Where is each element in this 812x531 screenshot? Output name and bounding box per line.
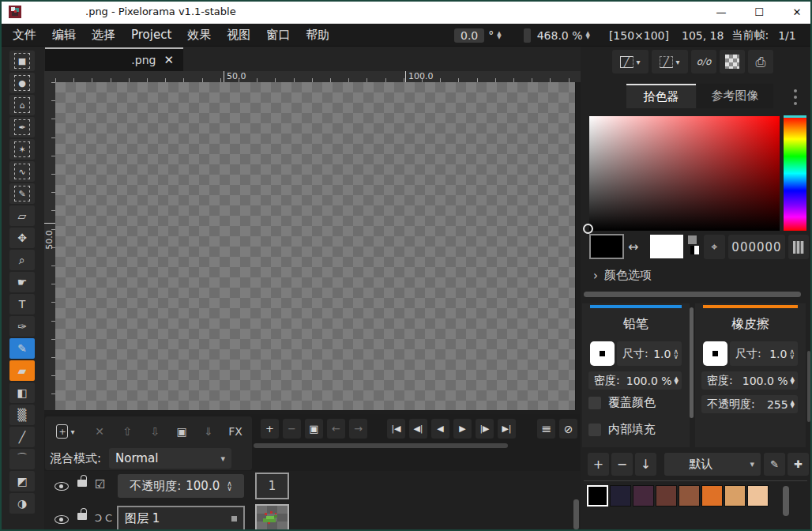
document-tab[interactable]: .png ✕ — [45, 47, 183, 71]
color-options-expander[interactable]: › 颜色选项 — [593, 268, 652, 283]
move-frame-right-button[interactable]: → — [349, 419, 367, 439]
zoom-tool[interactable]: ⌕ — [9, 250, 35, 270]
overwrite-color-checkbox[interactable]: 覆盖颜色 — [588, 395, 656, 410]
canvas-transparent-checkerboard[interactable] — [55, 82, 576, 410]
remove-palette-color-button[interactable]: − — [611, 453, 633, 476]
saturation-value-box[interactable] — [589, 116, 780, 231]
shading-tool[interactable]: ▒ — [9, 405, 35, 425]
move-tool[interactable]: ✥ — [9, 228, 35, 248]
eraser-size-spinbox[interactable]: 尺寸: 1.0 ∧∨ — [730, 341, 798, 366]
hue-cursor[interactable] — [784, 115, 806, 118]
add-layer-button[interactable]: + ▾ — [50, 421, 81, 442]
swap-colors-icon[interactable]: ↔ — [628, 239, 638, 254]
remove-frame-button[interactable]: − — [283, 419, 301, 439]
mirror-horizontal-button[interactable]: ▾ — [612, 50, 648, 73]
edit-palette-button[interactable]: ✎ — [764, 453, 785, 476]
blend-mode-dropdown[interactable]: Normal ▾ — [109, 448, 231, 469]
secondary-color-swatch[interactable] — [650, 235, 683, 258]
menu-item[interactable]: 效果 — [179, 24, 219, 47]
magic-wand-tool[interactable]: ✶ — [9, 139, 35, 160]
menu-item[interactable]: 帮助 — [298, 24, 337, 47]
menu-item[interactable]: 文件 — [5, 24, 44, 47]
next-frame-button[interactable]: |▶ — [476, 419, 494, 439]
palette-swatch[interactable] — [633, 485, 654, 507]
previous-frame-button[interactable]: ◀| — [409, 419, 427, 439]
dynamics-button[interactable]: ⎙ — [748, 50, 773, 73]
eyedropper-button[interactable]: ⌖ — [704, 235, 725, 259]
ellipse-select-tool[interactable]: ● — [9, 73, 35, 93]
palette-swatch[interactable] — [701, 485, 723, 507]
color-select-tool[interactable]: ✒ — [9, 117, 35, 137]
fill-inside-checkbox[interactable]: 内部填充 — [588, 422, 656, 437]
color-mode-button[interactable] — [788, 235, 809, 259]
lock-icon[interactable] — [77, 508, 87, 522]
unlink-cel-icon[interactable]: Ɔ — [95, 512, 102, 524]
add-frame-button[interactable]: + — [261, 419, 279, 439]
zoom-spinner[interactable]: ▲▼ — [586, 32, 590, 40]
palette-swatch[interactable] — [587, 485, 608, 507]
delete-layer-button[interactable]: ✕ — [89, 421, 110, 442]
text-tool[interactable]: T — [9, 294, 35, 314]
move-layer-down-button[interactable]: ⇩ — [145, 421, 165, 442]
import-palette-button[interactable]: ↓ — [635, 453, 656, 476]
tool-options-scrollbar[interactable] — [690, 307, 694, 418]
menu-item[interactable]: 视图 — [219, 24, 258, 47]
sv-cursor[interactable] — [583, 224, 593, 234]
close-button[interactable]: ✕ — [779, 0, 812, 24]
palette-swatch[interactable] — [610, 485, 631, 507]
menu-item[interactable]: 窗口 — [258, 24, 298, 47]
pixel-perfect-button[interactable]: o∕o — [691, 50, 716, 73]
eraser-density-spinbox[interactable]: 密度: 100.0 % ▲▼ — [701, 371, 798, 390]
palette-swatch[interactable] — [724, 485, 746, 507]
crop-tool[interactable]: ▱ — [9, 205, 35, 226]
polygon-select-tool[interactable]: ⌂ — [9, 95, 35, 115]
opacity-spinner[interactable]: ∧∨ — [227, 481, 232, 491]
reset-colors-icon[interactable] — [688, 235, 701, 256]
menu-item[interactable]: 选择 — [84, 24, 123, 47]
move-layer-up-button[interactable]: ⇧ — [117, 421, 137, 442]
palette-swatch[interactable] — [747, 485, 769, 507]
tab-reference-images[interactable]: 参考图像 — [697, 84, 773, 108]
pencil-size-spinbox[interactable]: 尺寸: 1.0 ∧∨ — [617, 341, 682, 366]
layer-name-field[interactable]: 图层 1 — [117, 506, 245, 531]
kebab-menu-icon[interactable] — [794, 89, 797, 105]
layer-opacity-spinbox[interactable]: 不透明度: 100.0 ∧∨ — [118, 474, 244, 498]
mirror-vertical-button[interactable]: ▾ — [652, 50, 688, 73]
palette-scrollbar[interactable] — [783, 486, 789, 516]
bucket-tool[interactable]: ◧ — [9, 382, 35, 403]
frame-column-header[interactable]: 1 — [255, 473, 289, 499]
eye-icon[interactable] — [55, 514, 69, 526]
cel-link-icon[interactable]: ☑ — [95, 477, 105, 491]
layers-scrollbar[interactable] — [573, 499, 579, 529]
hue-slider[interactable] — [784, 116, 806, 231]
hex-color-input[interactable]: 000000 — [728, 235, 785, 259]
menu-item[interactable]: Project — [123, 24, 179, 47]
palette-swatch[interactable] — [679, 485, 700, 507]
rotation-spinner[interactable]: ▲▼ — [497, 32, 501, 40]
first-frame-button[interactable]: |◀ — [387, 419, 405, 439]
lasso-tool[interactable]: ∿ — [9, 161, 35, 182]
clone-layer-button[interactable]: ▣ — [171, 421, 192, 442]
cel-thumbnail[interactable] — [255, 504, 289, 531]
current-color-swatch[interactable] — [589, 234, 624, 259]
onion-skin-button[interactable]: ⊘ — [559, 419, 577, 439]
curve-tool[interactable]: ⌒ — [9, 449, 35, 469]
panel-scrollbar[interactable] — [807, 351, 810, 422]
lock-icon[interactable] — [77, 475, 87, 489]
rectangle-select-tool[interactable]: ■ — [9, 51, 35, 71]
zoom-value[interactable]: 468.0 % — [537, 29, 583, 42]
horizontal-ruler[interactable]: 50.0100.0 — [44, 71, 581, 82]
eye-icon[interactable] — [55, 480, 69, 493]
pencil-density-spinbox[interactable]: 密度: 100.0 % ▲▼ — [588, 371, 682, 390]
last-frame-button[interactable]: ▶| — [498, 419, 516, 439]
tab-color-picker[interactable]: 拾色器 — [626, 84, 696, 108]
layer-fx-button[interactable]: FX — [225, 421, 246, 442]
palette-swatch[interactable] — [656, 485, 677, 507]
picker-scrollbar[interactable] — [584, 292, 801, 297]
pencil-tool[interactable]: ✎ — [9, 338, 35, 359]
new-palette-button[interactable]: ✚ — [788, 453, 809, 476]
play-backwards-button[interactable]: ◀ — [431, 419, 449, 439]
clone-frame-button[interactable]: ▣ — [305, 419, 323, 439]
link-cel-icon[interactable]: C — [105, 512, 112, 524]
eraser-tool[interactable]: ▰ — [9, 360, 35, 381]
